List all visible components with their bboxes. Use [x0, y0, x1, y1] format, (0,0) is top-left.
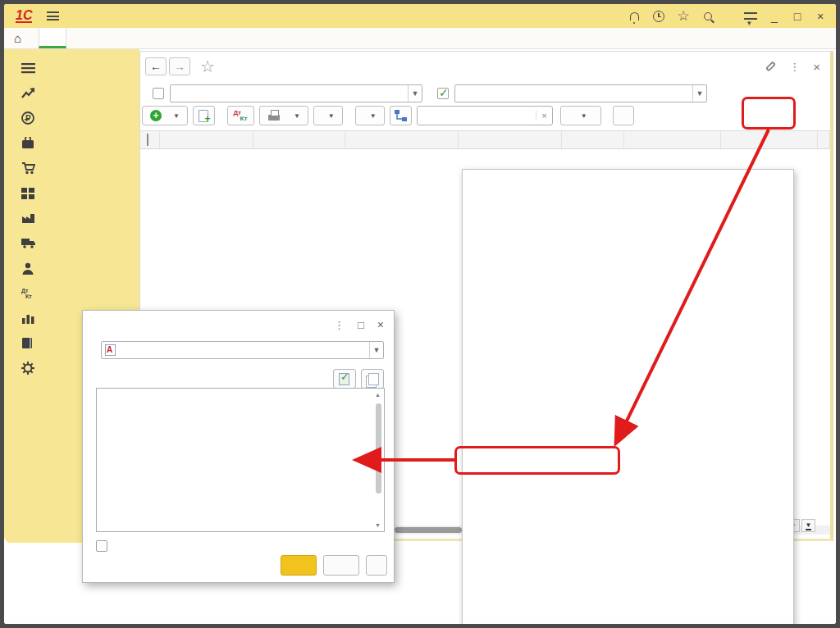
sidebar-item-operacii[interactable]: ДтКт	[4, 281, 139, 307]
clear-search-icon[interactable]: ×	[536, 111, 546, 121]
kontragent-combo[interactable]: ▼	[170, 84, 422, 102]
history-icon[interactable]	[651, 8, 667, 25]
load-button[interactable]: ▼	[313, 106, 343, 125]
output-list-dialog: ⋮ □ × ▼ ▲ ▼	[82, 310, 395, 583]
column-header-date[interactable]	[160, 131, 253, 148]
copy-document-icon	[196, 109, 211, 122]
sidebar-item-glavnoe[interactable]	[4, 56, 139, 81]
new-receipt-button[interactable]: +▼	[142, 106, 188, 125]
org-combo[interactable]: ▼	[454, 84, 707, 102]
columns-list: ▲ ▼	[96, 388, 385, 532]
get-link-icon[interactable]	[765, 61, 776, 71]
sidebar-item-sklad[interactable]	[4, 181, 139, 207]
global-search-icon[interactable]	[700, 8, 716, 25]
chevron-down-icon[interactable]: ▼	[369, 342, 383, 358]
list-scroll-down-icon[interactable]: ▼	[375, 522, 381, 528]
uncheck-all-button[interactable]	[361, 369, 384, 389]
menu-lines-icon	[21, 62, 35, 74]
list-scrollbar-thumb[interactable]	[376, 403, 381, 494]
dialog-menu-icon[interactable]: ⋮	[334, 323, 345, 327]
dialog-close-icon[interactable]: ×	[377, 318, 384, 331]
structure-icon	[395, 110, 407, 121]
more-button[interactable]: ▼	[560, 106, 601, 125]
book-icon	[21, 337, 35, 349]
column-header-sum[interactable]	[459, 131, 562, 148]
close-window-button[interactable]: ×	[813, 10, 828, 23]
column-header-vid[interactable]	[818, 131, 830, 148]
create-based-on-button[interactable]: ▼	[355, 106, 385, 125]
context-menu	[462, 169, 794, 628]
app-window: 1С ☆ _ □ × ⌂	[0, 0, 840, 628]
form-close-icon[interactable]: ×	[813, 60, 820, 74]
sidebar-item-pokupki[interactable]	[4, 156, 139, 181]
ok-button[interactable]	[281, 555, 317, 576]
sidebar-item-os-nma[interactable]	[4, 231, 139, 257]
tab-bar: ⌂	[4, 28, 836, 49]
ruble-circle-icon: P	[21, 111, 35, 125]
1c-logo-icon: 1С	[16, 9, 32, 23]
dt-kt-icon: ДтКт	[21, 288, 35, 299]
chevron-down-icon[interactable]: ▼	[692, 85, 706, 102]
kontragent-checkbox[interactable]	[153, 88, 164, 99]
sidebar-item-bank-kassa[interactable]: P	[4, 106, 139, 131]
cancel-button[interactable]	[323, 555, 359, 576]
main-menu-icon[interactable]	[47, 11, 59, 20]
column-header-currency[interactable]	[562, 131, 624, 148]
cart-icon	[21, 162, 35, 175]
bar-chart-icon	[21, 312, 35, 324]
dt-kt-icon	[233, 109, 248, 122]
column-header-contractor[interactable]	[345, 131, 459, 148]
favorites-icon[interactable]: ☆	[675, 8, 692, 25]
check-all-button[interactable]	[333, 369, 356, 389]
output-to-combo[interactable]: ▼	[101, 341, 384, 359]
gear-icon	[21, 362, 35, 375]
trend-chart-icon	[21, 88, 35, 99]
factory-icon	[21, 212, 35, 224]
spreadsheet-document-icon	[105, 344, 116, 356]
help-button[interactable]	[613, 106, 634, 125]
related-documents-button[interactable]	[390, 106, 412, 125]
minimize-button[interactable]: _	[767, 10, 782, 23]
paperclip-icon	[147, 134, 148, 146]
form-menu-icon[interactable]: ⋮	[789, 65, 800, 69]
person-icon	[21, 262, 35, 275]
table-header	[140, 130, 830, 149]
back-button[interactable]: ←	[145, 57, 167, 75]
service-menu-icon[interactable]	[742, 8, 759, 25]
dialog-maximize-icon[interactable]: □	[358, 319, 364, 331]
printer-icon	[267, 109, 282, 122]
sidebar-item-proizvodstvo[interactable]	[4, 206, 139, 231]
home-icon: ⌂	[14, 33, 21, 44]
only-selected-checkbox[interactable]	[96, 540, 107, 552]
print-button[interactable]: ▼	[259, 106, 308, 125]
dt-kt-button[interactable]	[227, 106, 254, 125]
bag-icon	[21, 137, 35, 149]
org-checkbox[interactable]	[437, 88, 449, 99]
column-header-number[interactable]	[253, 131, 345, 148]
form-toolbar: +▼ ▼ ▼ ▼ × ▼	[140, 104, 830, 127]
plus-circle-icon: +	[150, 110, 162, 121]
grid-icon	[21, 188, 35, 199]
dialog-help-button[interactable]	[366, 555, 387, 576]
forward-button[interactable]: →	[169, 57, 190, 75]
chevron-down-icon[interactable]: ▼	[408, 85, 422, 102]
svg-text:P: P	[25, 114, 31, 123]
attachment-column-header[interactable]	[140, 131, 160, 148]
sidebar-item-rukovoditelyu[interactable]	[4, 81, 139, 107]
sidebar-item-prodazhi[interactable]	[4, 131, 139, 157]
column-header-invoice[interactable]	[624, 131, 721, 148]
sidebar-item-zarplata-kadry[interactable]	[4, 256, 139, 281]
truck-icon	[21, 238, 35, 248]
copy-button[interactable]	[193, 106, 215, 125]
scroll-to-end-button[interactable]: ▼	[801, 519, 815, 532]
favorite-star-icon[interactable]: ☆	[200, 57, 215, 76]
list-scroll-up-icon[interactable]: ▲	[375, 392, 381, 398]
tab-home[interactable]: ⌂	[4, 28, 39, 48]
maximize-button[interactable]: □	[790, 10, 805, 23]
notifications-icon[interactable]	[626, 8, 642, 25]
column-header-warehouse[interactable]	[721, 131, 818, 148]
filter-row: ▼ ▼	[140, 83, 830, 104]
tab-postuplenie[interactable]	[39, 28, 66, 48]
search-input[interactable]: ×	[417, 106, 553, 125]
scrollbar-thumb[interactable]	[395, 527, 462, 533]
